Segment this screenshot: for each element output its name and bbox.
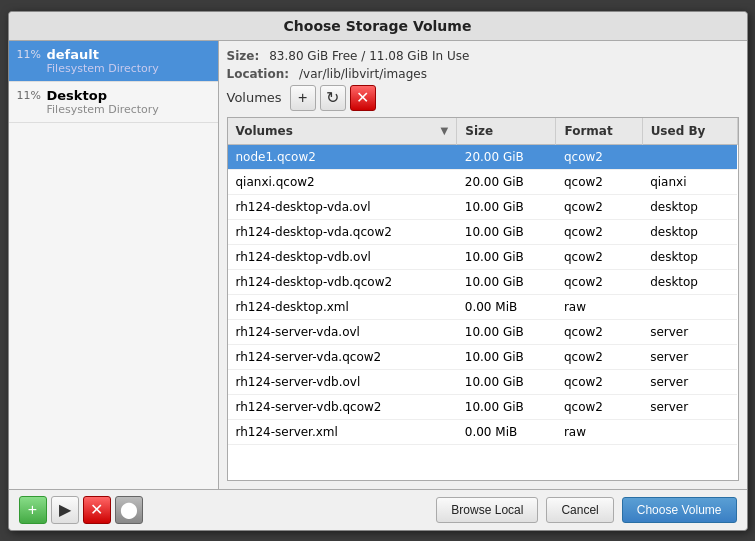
choose-storage-volume-dialog: Choose Storage Volume 11% default Filesy… xyxy=(8,11,748,531)
cell-size: 0.00 MiB xyxy=(457,419,556,444)
bottom-bar: + ▶ ✕ ⬤ Browse Local Cancel Choose Volum… xyxy=(9,489,747,530)
volumes-table: Volumes ▼ Size Format Used By node1.qcow… xyxy=(228,118,738,445)
cell-used-by: desktop xyxy=(642,269,737,294)
cell-used-by: desktop xyxy=(642,194,737,219)
add-volume-button[interactable]: + xyxy=(290,85,316,111)
cancel-button[interactable]: Cancel xyxy=(546,497,613,523)
table-row[interactable]: rh124-server-vdb.ovl 10.00 GiB qcow2 ser… xyxy=(228,369,738,394)
cell-format: qcow2 xyxy=(556,194,642,219)
table-row[interactable]: rh124-desktop-vda.qcow2 10.00 GiB qcow2 … xyxy=(228,219,738,244)
choose-volume-button[interactable]: Choose Volume xyxy=(622,497,737,523)
table-row[interactable]: rh124-server.xml 0.00 MiB raw xyxy=(228,419,738,444)
play-button[interactable]: ▶ xyxy=(51,496,79,524)
cell-format: qcow2 xyxy=(556,394,642,419)
bottom-left-buttons: + ▶ ✕ ⬤ xyxy=(19,496,143,524)
volumes-label: Volumes xyxy=(227,90,282,105)
sidebar-name: default xyxy=(47,47,99,62)
size-value: 83.80 GiB Free / 11.08 GiB In Use xyxy=(269,49,469,63)
cell-name: rh124-desktop-vda.qcow2 xyxy=(228,219,457,244)
delete-volume-button[interactable]: ✕ xyxy=(350,85,376,111)
cell-name: rh124-desktop-vda.ovl xyxy=(228,194,457,219)
cell-name: rh124-desktop-vdb.qcow2 xyxy=(228,269,457,294)
cell-size: 10.00 GiB xyxy=(457,244,556,269)
col-header-volumes: Volumes ▼ xyxy=(228,118,457,145)
table-row[interactable]: rh124-desktop-vdb.ovl 10.00 GiB qcow2 de… xyxy=(228,244,738,269)
dialog-title: Choose Storage Volume xyxy=(9,12,747,41)
cell-name: rh124-server-vdb.ovl xyxy=(228,369,457,394)
table-row[interactable]: rh124-server-vda.ovl 10.00 GiB qcow2 ser… xyxy=(228,319,738,344)
cell-name: rh124-desktop-vdb.ovl xyxy=(228,244,457,269)
cell-format: qcow2 xyxy=(556,269,642,294)
cell-format: qcow2 xyxy=(556,344,642,369)
stop-button[interactable]: ⬤ xyxy=(115,496,143,524)
cell-format: raw xyxy=(556,419,642,444)
cell-used-by: server xyxy=(642,369,737,394)
cell-size: 10.00 GiB xyxy=(457,344,556,369)
content-area: Size: 83.80 GiB Free / 11.08 GiB In Use … xyxy=(219,41,747,489)
cell-used-by: qianxi xyxy=(642,169,737,194)
sidebar-item-default[interactable]: 11% default Filesystem Directory xyxy=(9,41,218,82)
cell-used-by: server xyxy=(642,394,737,419)
cell-name: rh124-server-vda.ovl xyxy=(228,319,457,344)
cell-name: qianxi.qcow2 xyxy=(228,169,457,194)
sidebar-pct: 11% xyxy=(17,89,43,102)
cell-used-by: desktop xyxy=(642,219,737,244)
cell-name: rh124-server-vda.qcow2 xyxy=(228,344,457,369)
table-row[interactable]: rh124-desktop-vdb.qcow2 10.00 GiB qcow2 … xyxy=(228,269,738,294)
sidebar-item-desktop[interactable]: 11% Desktop Filesystem Directory xyxy=(9,82,218,123)
cell-format: raw xyxy=(556,294,642,319)
dialog-body: 11% default Filesystem Directory 11% Des… xyxy=(9,41,747,489)
cell-used-by: desktop xyxy=(642,244,737,269)
col-header-format: Format xyxy=(556,118,642,145)
cell-format: qcow2 xyxy=(556,144,642,169)
cell-format: qcow2 xyxy=(556,244,642,269)
location-value: /var/lib/libvirt/images xyxy=(299,67,427,81)
size-label: Size: xyxy=(227,49,260,63)
table-row[interactable]: rh124-desktop-vda.ovl 10.00 GiB qcow2 de… xyxy=(228,194,738,219)
cell-used-by xyxy=(642,419,737,444)
cell-size: 10.00 GiB xyxy=(457,194,556,219)
sidebar-subtext: Filesystem Directory xyxy=(47,62,210,75)
volumes-table-container[interactable]: Volumes ▼ Size Format Used By node1.qcow… xyxy=(227,117,739,481)
table-row[interactable]: qianxi.qcow2 20.00 GiB qcow2 qianxi xyxy=(228,169,738,194)
cell-format: qcow2 xyxy=(556,319,642,344)
sidebar-name: Desktop xyxy=(47,88,107,103)
cell-size: 10.00 GiB xyxy=(457,319,556,344)
sidebar: 11% default Filesystem Directory 11% Des… xyxy=(9,41,219,489)
bottom-right-buttons: Browse Local Cancel Choose Volume xyxy=(436,497,736,523)
sidebar-pct: 11% xyxy=(17,48,43,61)
cell-size: 20.00 GiB xyxy=(457,169,556,194)
cell-name: rh124-server-vdb.qcow2 xyxy=(228,394,457,419)
cell-name: rh124-desktop.xml xyxy=(228,294,457,319)
add-button[interactable]: + xyxy=(19,496,47,524)
cell-name: node1.qcow2 xyxy=(228,144,457,169)
cell-size: 10.00 GiB xyxy=(457,219,556,244)
remove-button[interactable]: ✕ xyxy=(83,496,111,524)
location-info-row: Location: /var/lib/libvirt/images xyxy=(227,67,739,81)
table-row[interactable]: rh124-server-vda.qcow2 10.00 GiB qcow2 s… xyxy=(228,344,738,369)
size-info-row: Size: 83.80 GiB Free / 11.08 GiB In Use xyxy=(227,49,739,63)
table-row[interactable]: node1.qcow2 20.00 GiB qcow2 xyxy=(228,144,738,169)
cell-size: 0.00 MiB xyxy=(457,294,556,319)
table-row[interactable]: rh124-server-vdb.qcow2 10.00 GiB qcow2 s… xyxy=(228,394,738,419)
cell-used-by xyxy=(642,294,737,319)
volumes-toolbar: Volumes + ↻ ✕ xyxy=(227,85,739,111)
cell-size: 10.00 GiB xyxy=(457,269,556,294)
browse-local-button[interactable]: Browse Local xyxy=(436,497,538,523)
cell-used-by xyxy=(642,144,737,169)
col-header-size: Size xyxy=(457,118,556,145)
sidebar-subtext: Filesystem Directory xyxy=(47,103,210,116)
volumes-sort-icon: ▼ xyxy=(441,125,449,136)
cell-name: rh124-server.xml xyxy=(228,419,457,444)
refresh-button[interactable]: ↻ xyxy=(320,85,346,111)
cell-format: qcow2 xyxy=(556,219,642,244)
cell-used-by: server xyxy=(642,344,737,369)
location-label: Location: xyxy=(227,67,290,81)
cell-size: 10.00 GiB xyxy=(457,394,556,419)
cell-size: 20.00 GiB xyxy=(457,144,556,169)
cell-used-by: server xyxy=(642,319,737,344)
col-header-used-by: Used By xyxy=(642,118,737,145)
cell-size: 10.00 GiB xyxy=(457,369,556,394)
table-row[interactable]: rh124-desktop.xml 0.00 MiB raw xyxy=(228,294,738,319)
cell-format: qcow2 xyxy=(556,169,642,194)
